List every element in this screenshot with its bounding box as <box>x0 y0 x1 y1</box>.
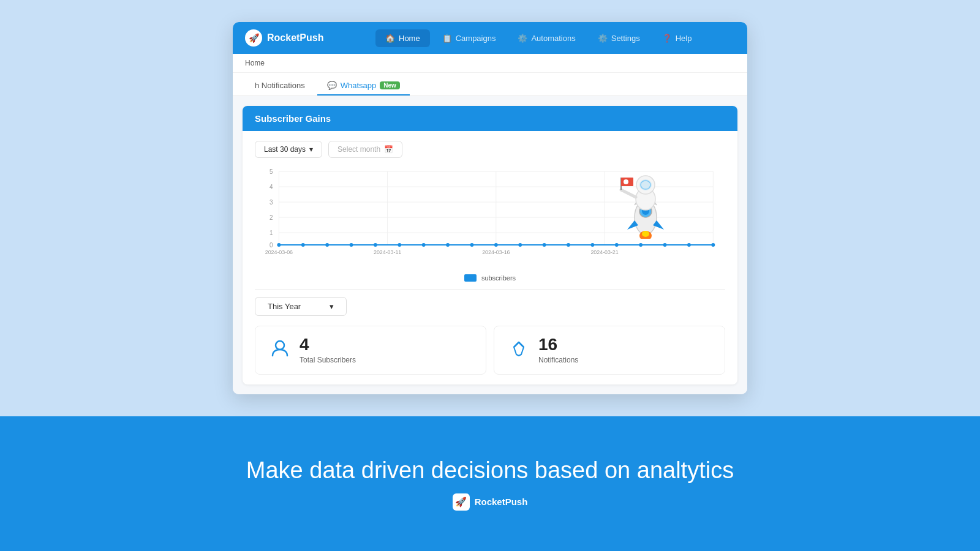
card-body: Last 30 days ▾ Select month 📅 <box>243 131 737 384</box>
subscribers-value: 4 <box>300 336 356 353</box>
svg-point-51 <box>687 243 691 247</box>
notifications-info: 16 Notifications <box>538 336 578 364</box>
navbar: 🚀 RocketPush 🏠 Home 📋 Campaigns ⚙️ Autom… <box>233 22 747 54</box>
nav-home-label: Home <box>399 34 420 43</box>
subscriber-gains-card: Subscriber Gains Last 30 days ▾ Select m… <box>243 106 737 384</box>
breadcrumb: Home <box>233 54 747 73</box>
notifications-label: Notifications <box>538 356 578 364</box>
svg-point-53 <box>276 341 284 350</box>
svg-text:2024-03-16: 2024-03-16 <box>482 249 510 255</box>
svg-text:0: 0 <box>270 242 273 249</box>
svg-text:2024-03-11: 2024-03-11 <box>374 249 401 255</box>
svg-point-43 <box>494 243 498 247</box>
legend-label: subscribers <box>481 274 516 282</box>
svg-point-34 <box>277 243 281 247</box>
svg-point-36 <box>325 243 329 247</box>
nav-help-label: Help <box>676 34 692 43</box>
astronaut-decoration <box>603 159 676 239</box>
svg-point-52 <box>711 243 715 247</box>
year-filter-dropdown[interactable]: This Year ▾ <box>255 297 347 316</box>
nav-help[interactable]: ❓ Help <box>652 29 702 47</box>
bottom-footer: Make data driven decisions based on anal… <box>0 416 980 551</box>
svg-point-39 <box>398 243 401 247</box>
svg-point-47 <box>590 243 594 247</box>
nav-automations[interactable]: ⚙️ Automations <box>508 29 585 47</box>
sub-tabs: h Notifications 💬 Whatsapp New <box>233 73 747 96</box>
svg-point-38 <box>374 243 377 247</box>
footer-brand-name: RocketPush <box>475 497 528 507</box>
brand: 🚀 RocketPush <box>245 29 323 47</box>
year-filter-label: This Year <box>268 302 301 311</box>
svg-text:2024-03-21: 2024-03-21 <box>590 249 618 255</box>
nav-settings-label: Settings <box>611 34 640 43</box>
svg-point-49 <box>639 243 643 247</box>
svg-point-48 <box>615 243 619 247</box>
svg-point-37 <box>350 243 353 247</box>
svg-point-41 <box>446 243 450 247</box>
brand-icon: 🚀 <box>245 29 262 47</box>
nav-campaigns-label: Campaigns <box>456 34 496 43</box>
svg-text:1: 1 <box>270 230 273 236</box>
section-divider <box>255 289 725 290</box>
legend-color-subscribers <box>464 274 477 282</box>
stats-row: 4 Total Subscribers <box>255 326 725 375</box>
date-range-dropdown[interactable]: Last 30 days ▾ <box>255 141 322 158</box>
nav-automations-label: Automations <box>531 34 575 43</box>
stat-card-notifications: 16 Notifications <box>494 326 725 375</box>
svg-point-45 <box>543 243 546 247</box>
nav-items: 🏠 Home 📋 Campaigns ⚙️ Automations ⚙️ Set… <box>342 29 735 47</box>
subscribers-info: 4 Total Subscribers <box>300 336 356 364</box>
card-title: Subscriber Gains <box>255 113 331 124</box>
stat-card-subscribers: 4 Total Subscribers <box>255 326 486 375</box>
svg-point-42 <box>470 243 474 247</box>
new-badge: New <box>380 81 400 89</box>
svg-point-11 <box>624 179 628 184</box>
brand-name: RocketPush <box>267 32 323 43</box>
tab-push-label: h Notifications <box>255 81 305 90</box>
svg-point-35 <box>301 243 305 247</box>
home-icon: 🏠 <box>385 34 395 43</box>
tab-whatsapp[interactable]: 💬 Whatsapp New <box>317 77 410 96</box>
nav-home[interactable]: 🏠 Home <box>375 29 430 47</box>
svg-text:3: 3 <box>270 199 273 206</box>
date-range-label: Last 30 days <box>264 145 306 154</box>
footer-tagline: Make data driven decisions based on anal… <box>246 457 734 484</box>
svg-text:5: 5 <box>270 168 273 175</box>
svg-point-46 <box>567 243 570 247</box>
month-placeholder: Select month <box>337 145 380 154</box>
settings-icon: ⚙️ <box>598 34 608 43</box>
notifications-value: 16 <box>538 336 578 353</box>
chevron-year-icon: ▾ <box>330 302 334 311</box>
tab-push-notifications[interactable]: h Notifications <box>245 77 315 96</box>
svg-text:2: 2 <box>270 214 273 221</box>
svg-point-50 <box>663 243 667 247</box>
svg-point-4 <box>642 231 649 237</box>
subscribers-icon <box>270 339 290 362</box>
footer-brand-icon: 🚀 <box>453 493 470 511</box>
help-icon: ❓ <box>662 34 672 43</box>
chart-area: 5 4 3 2 1 0 2024-03-06 2024-03-11 2024-0… <box>255 165 725 269</box>
svg-line-8 <box>621 190 636 197</box>
chevron-down-icon: ▾ <box>309 145 313 154</box>
campaigns-icon: 📋 <box>442 34 452 43</box>
card-header: Subscriber Gains <box>243 106 737 131</box>
content: Subscriber Gains Last 30 days ▾ Select m… <box>233 96 747 394</box>
svg-point-40 <box>422 243 426 247</box>
chart-legend: subscribers <box>255 274 725 282</box>
svg-point-44 <box>518 243 522 247</box>
whatsapp-icon: 💬 <box>327 81 337 90</box>
tab-whatsapp-label: Whatsapp <box>341 81 377 90</box>
nav-campaigns[interactable]: 📋 Campaigns <box>432 29 506 47</box>
month-picker[interactable]: Select month 📅 <box>328 141 402 158</box>
breadcrumb-text: Home <box>245 59 265 67</box>
footer-brand: 🚀 RocketPush <box>453 493 528 511</box>
svg-text:4: 4 <box>270 184 273 190</box>
svg-text:2024-03-06: 2024-03-06 <box>265 249 293 255</box>
automations-icon: ⚙️ <box>518 34 527 43</box>
nav-settings[interactable]: ⚙️ Settings <box>588 29 650 47</box>
calendar-icon: 📅 <box>384 145 393 154</box>
chart-controls: Last 30 days ▾ Select month 📅 <box>255 141 725 158</box>
notifications-icon <box>509 339 529 362</box>
app-window: 🚀 RocketPush 🏠 Home 📋 Campaigns ⚙️ Autom… <box>233 22 747 394</box>
subscribers-label: Total Subscribers <box>300 356 356 364</box>
